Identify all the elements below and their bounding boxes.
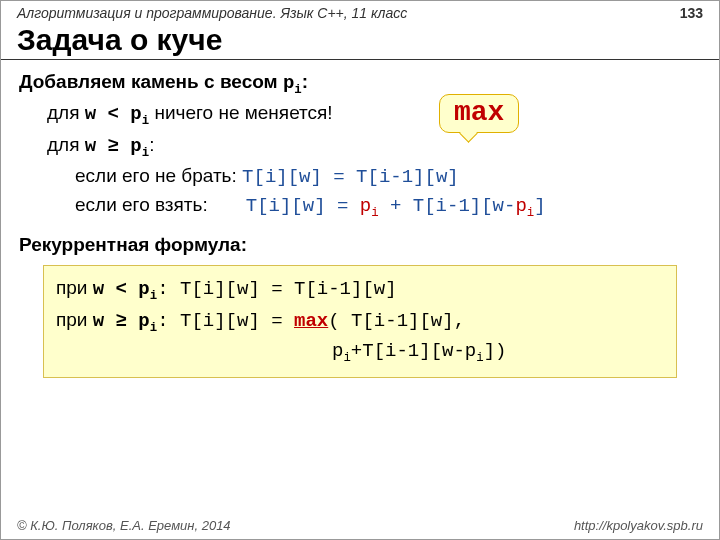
- formula-box: при w < pi: T[i][w] = T[i-1][w] при w ≥ …: [43, 265, 677, 378]
- slide-footer: © К.Ю. Поляков, Е.А. Еремин, 2014 http:/…: [1, 518, 719, 533]
- slide-content: Добавляем камень с весом pi: для w < pi …: [1, 60, 719, 378]
- slide-title: Задача о куче: [1, 21, 719, 60]
- max-callout: max: [439, 94, 519, 133]
- recurrence-heading: Рекуррентная формула:: [19, 231, 701, 260]
- case-w-lt-pi: для w < pi ничего не меняется!: [47, 99, 701, 130]
- formula-case-ge-cont: pi+T[i-1][w-pi]): [332, 337, 664, 367]
- formula-case-ge: при w ≥ pi: T[i][w] = max( T[i-1][w],: [56, 306, 664, 337]
- case-take-stone: если его взять:T[i][w] = pi + T[i-1][w-p…: [75, 191, 701, 222]
- course-name: Алгоритмизация и программирование. Язык …: [17, 5, 407, 21]
- copyright-text: © К.Ю. Поляков, Е.А. Еремин, 2014: [17, 518, 231, 533]
- source-url[interactable]: http://kpolyakov.spb.ru: [574, 518, 703, 533]
- case-w-ge-pi: для w ≥ pi:: [47, 131, 701, 162]
- formula-case-lt: при w < pi: T[i][w] = T[i-1][w]: [56, 274, 664, 305]
- adding-stone-heading: Добавляем камень с весом pi:: [19, 68, 701, 99]
- max-label: max: [454, 97, 504, 128]
- slide: Алгоритмизация и программирование. Язык …: [0, 0, 720, 540]
- slide-header: Алгоритмизация и программирование. Язык …: [1, 1, 719, 21]
- page-number: 133: [680, 5, 703, 21]
- case-skip-stone: если его не брать: T[i][w] = T[i-1][w]: [75, 162, 701, 192]
